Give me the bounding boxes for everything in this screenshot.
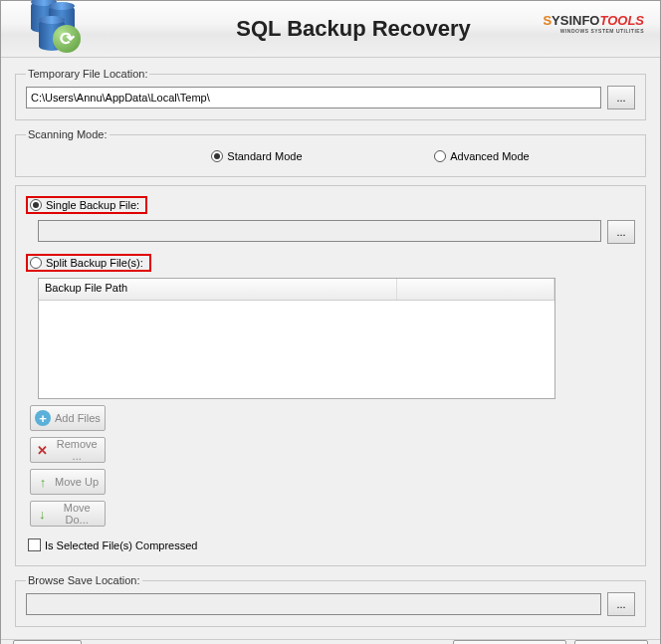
remove-button[interactable]: ✕ Remove ... (30, 437, 106, 463)
add-files-button[interactable]: + Add Files (30, 405, 106, 431)
split-backup-table[interactable]: Backup File Path (38, 278, 555, 399)
split-backup-radio[interactable]: Split Backup File(s): (26, 254, 151, 272)
move-down-button[interactable]: ↓ Move Do... (30, 501, 106, 527)
radio-icon (211, 150, 223, 162)
standard-mode-label: Standard Mode (227, 150, 302, 162)
table-column-blank (397, 279, 554, 300)
app-icon: ⟳ (31, 1, 87, 57)
radio-icon (434, 150, 446, 162)
checkbox-icon (28, 538, 41, 551)
brand-logo: SYSINFOTOOLS WINDOWS SYSTEM UTILITIES (543, 13, 644, 34)
standard-mode-radio[interactable]: Standard Mode (211, 150, 302, 162)
single-backup-radio[interactable]: Single Backup File: (26, 196, 147, 214)
split-backup-buttons: + Add Files ✕ Remove ... ↑ Move Up ↓ Mov… (30, 405, 106, 527)
backup-file-group: Single Backup File: ... Split Backup Fil… (15, 185, 646, 566)
help-button[interactable]: ? Help (13, 640, 82, 644)
extract-files-button[interactable]: ▼ Extract File(s) (453, 640, 566, 644)
footer: ? Help ▼ Extract File(s) ⏻ Close (1, 639, 660, 644)
advanced-mode-radio[interactable]: Advanced Mode (434, 150, 530, 162)
table-column-path: Backup File Path (39, 279, 397, 300)
save-location-input[interactable] (26, 593, 601, 615)
split-backup-label: Split Backup File(s): (46, 257, 143, 269)
compressed-label: Is Selected File(s) Compressed (45, 539, 197, 551)
compressed-checkbox-row[interactable]: Is Selected File(s) Compressed (28, 538, 635, 551)
temp-location-group: Temporary File Location: ... (15, 68, 646, 120)
temp-location-input[interactable] (26, 87, 601, 108)
scanning-mode-group: Scanning Mode: Standard Mode Advanced Mo… (15, 128, 646, 177)
save-location-browse-button[interactable]: ... (607, 592, 635, 616)
temp-location-browse-button[interactable]: ... (607, 86, 635, 109)
arrow-down-icon: ↓ (35, 506, 49, 522)
scanning-mode-legend: Scanning Mode: (26, 128, 110, 140)
single-backup-input[interactable] (38, 220, 601, 242)
x-icon: ✕ (35, 442, 49, 458)
save-location-legend: Browse Save Location: (26, 574, 142, 586)
temp-location-legend: Temporary File Location: (26, 68, 149, 80)
content-area: Temporary File Location: ... Scanning Mo… (1, 58, 660, 639)
single-backup-label: Single Backup File: (46, 199, 139, 211)
plus-icon: + (35, 410, 51, 426)
advanced-mode-label: Advanced Mode (450, 150, 530, 162)
arrow-up-icon: ↑ (35, 474, 51, 490)
move-up-button[interactable]: ↑ Move Up (30, 469, 106, 495)
radio-icon (30, 199, 42, 211)
table-header: Backup File Path (39, 279, 554, 301)
radio-icon (30, 257, 42, 269)
header: ⟳ SQL Backup Recovery SYSINFOTOOLS WINDO… (1, 1, 660, 58)
single-backup-browse-button[interactable]: ... (607, 220, 635, 244)
close-button[interactable]: ⏻ Close (574, 640, 648, 644)
save-location-group: Browse Save Location: ... (15, 574, 646, 627)
app-window: ⟳ SQL Backup Recovery SYSINFOTOOLS WINDO… (0, 0, 661, 644)
